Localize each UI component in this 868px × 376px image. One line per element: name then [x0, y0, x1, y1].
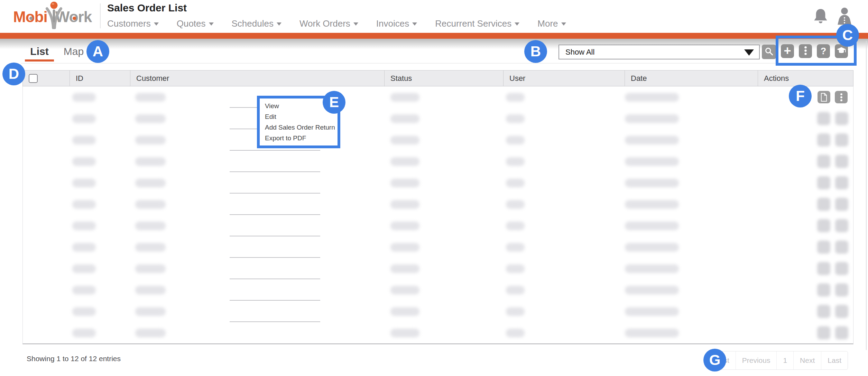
magnifier-icon: [764, 47, 774, 57]
redacted-action-button: [835, 241, 848, 254]
redacted-action-button: [835, 219, 848, 232]
table-row-redacted[interactable]: [23, 258, 853, 279]
redacted-user-value: [506, 200, 525, 209]
pagination-button[interactable]: Previous: [736, 351, 777, 369]
redacted-id-value: [72, 286, 96, 294]
header-cell-date[interactable]: Date: [625, 70, 758, 86]
redacted-action-button: [817, 305, 830, 318]
logo-o-dot: [73, 17, 76, 20]
redacted-customer-value: [135, 329, 166, 337]
chevron-down-icon: [515, 22, 519, 26]
nav-menu-item[interactable]: Invoices: [376, 18, 417, 29]
pagination-button[interactable]: 1: [777, 351, 794, 369]
redacted-action-button: [817, 155, 830, 168]
redacted-customer-value: [135, 286, 166, 294]
redacted-status-value: [390, 329, 419, 337]
nav-menu-label: Quotes: [177, 18, 206, 29]
redacted-user-value: [506, 222, 525, 230]
chevron-down-icon: [209, 22, 214, 26]
pagination-button[interactable]: Last: [821, 351, 848, 369]
mobiwork-logo[interactable]: Mobi Work: [12, 1, 95, 32]
header-cell-select: [23, 70, 70, 86]
redacted-action-button: [835, 176, 848, 189]
header-cell-status[interactable]: Status: [384, 70, 503, 86]
header-separator: [100, 3, 101, 28]
select-all-checkbox[interactable]: [29, 74, 38, 83]
tab-map[interactable]: Map: [62, 46, 86, 57]
row-document-button[interactable]: [818, 91, 830, 103]
active-tab-underline: [25, 59, 54, 62]
redacted-id-value: [72, 307, 96, 316]
redacted-date-value: [625, 264, 679, 273]
row-kebab-menu-button[interactable]: [835, 91, 848, 103]
orange-divider-bar: [0, 33, 868, 39]
pagination-button[interactable]: Next: [794, 351, 821, 369]
table-row-redacted[interactable]: [23, 279, 853, 301]
annotation-marker-d: D: [2, 63, 25, 85]
redacted-customer-value: [135, 307, 166, 316]
redacted-customer-value: [135, 93, 166, 102]
table-row-redacted[interactable]: [23, 172, 853, 194]
redacted-action-button: [817, 176, 830, 189]
table-row-redacted[interactable]: [23, 86, 853, 108]
table-row-redacted[interactable]: [23, 301, 853, 322]
show-all-filter-select[interactable]: Show All: [558, 45, 760, 59]
notifications-bell-icon[interactable]: [814, 8, 828, 26]
person-raised-arms-icon: [46, 1, 62, 31]
nav-menu-item[interactable]: Schedules: [232, 18, 281, 29]
redacted-user-value: [506, 329, 525, 337]
table-row-redacted[interactable]: [23, 151, 853, 172]
redacted-id-value: [72, 136, 96, 144]
header-cell-customer[interactable]: Customer: [130, 70, 384, 86]
account-person-icon[interactable]: [836, 7, 853, 26]
redacted-user-value: [506, 307, 525, 316]
context-menu-item[interactable]: Add Sales Order Return: [265, 124, 338, 131]
entries-summary: Showing 1 to 12 of 12 entries: [27, 355, 121, 363]
header-cell-id[interactable]: ID: [70, 70, 130, 86]
redacted-action-button: [817, 262, 830, 275]
redacted-date-value: [625, 243, 679, 252]
nav-menu-item[interactable]: Work Orders: [299, 18, 358, 29]
redacted-id-value: [72, 114, 96, 123]
chevron-down-icon: [277, 22, 281, 26]
table-body: [22, 86, 853, 344]
redacted-customer-value: [135, 243, 166, 252]
header-cell-user[interactable]: User: [503, 70, 625, 86]
annotation-marker-g: G: [703, 349, 726, 372]
redacted-action-button: [817, 326, 830, 339]
redacted-customer-value: [135, 157, 166, 166]
redacted-customer-value: [135, 200, 166, 209]
nav-menu-item[interactable]: Recurrent Services: [435, 18, 519, 29]
redacted-id-value: [72, 93, 96, 102]
annotation-marker-f: F: [789, 85, 812, 107]
context-menu-item[interactable]: Export to PDF: [265, 135, 338, 141]
content-right-edge: [866, 41, 867, 350]
context-menu-item[interactable]: Edit: [265, 113, 338, 120]
search-button[interactable]: [762, 45, 776, 59]
redacted-user-value: [506, 136, 525, 144]
redacted-action-button: [817, 283, 830, 297]
table-row-redacted[interactable]: [23, 236, 853, 258]
table-row-redacted[interactable]: [23, 322, 853, 344]
tab-list[interactable]: List: [25, 46, 54, 57]
redacted-action-button: [835, 112, 848, 125]
redacted-action-button: [835, 305, 848, 318]
nav-menu-item[interactable]: More: [537, 18, 566, 29]
redacted-user-value: [506, 243, 525, 252]
header-cell-actions: Actions: [758, 70, 853, 86]
nav-menu-item[interactable]: Customers: [107, 18, 159, 29]
redacted-user-value: [506, 264, 525, 273]
redacted-date-value: [625, 93, 679, 102]
table-row-redacted[interactable]: [23, 108, 853, 129]
nav-menu-label: More: [537, 18, 558, 29]
redacted-status-value: [390, 243, 419, 252]
table-row-redacted[interactable]: [23, 129, 853, 151]
nav-menu-item[interactable]: Quotes: [177, 18, 214, 29]
table-row-redacted[interactable]: [23, 194, 853, 215]
redacted-status-value: [390, 114, 419, 123]
nav-menu-label: Work Orders: [299, 18, 350, 29]
chevron-down-icon: [561, 22, 566, 26]
redacted-action-button: [835, 133, 848, 147]
table-row-redacted[interactable]: [23, 215, 853, 236]
main-nav: Customers Quotes Schedules Work Orders I…: [107, 17, 566, 30]
